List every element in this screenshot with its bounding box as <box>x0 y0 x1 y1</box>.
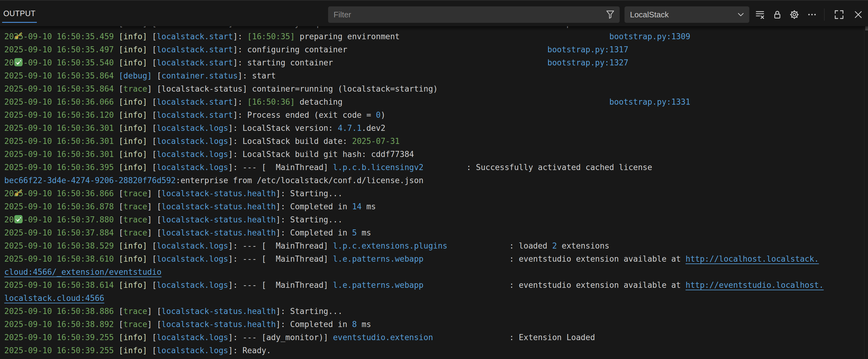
clear-output-button[interactable] <box>753 8 767 21</box>
log-link[interactable]: localstack.cloud:4566 <box>4 294 104 303</box>
log-text: :enterprise from /etc/localstack/conf.d/… <box>176 176 429 185</box>
log-line: 2025-09-10 16:50:37.884 [trace] [localst… <box>4 226 868 239</box>
channel-select[interactable]: LocalStack <box>624 6 749 23</box>
log-line: 2025-09-10 16:50:36.301 [info] [localsta… <box>4 135 868 148</box>
log-link[interactable]: cloud:4566/_extension/eventstudio <box>4 267 162 276</box>
log-text: ]: Starting... <box>276 215 342 224</box>
log-text: [info] <box>119 32 147 41</box>
log-text: localstack.start <box>157 45 233 54</box>
filter-funnel-icon[interactable] <box>605 9 615 20</box>
log-padding <box>342 97 609 106</box>
log-padding <box>333 58 547 67</box>
log-text: ] [ <box>147 202 162 211</box>
log-text <box>114 241 119 250</box>
log-text: l.e.patterns.webapp <box>333 254 423 263</box>
log-text: ]: --- [ady_monitor)] <box>228 333 333 342</box>
log-text: : Successfully activated cached license <box>466 163 652 172</box>
log-text: 2025-09-10 16:50:35.497 <box>4 45 114 54</box>
log-text: [ <box>147 241 157 250</box>
log-text: localstack.logs <box>157 241 228 250</box>
log-text: [info] <box>119 137 147 146</box>
log-text: localstack.logs <box>157 150 228 159</box>
lock-icon <box>772 9 782 20</box>
tab-output[interactable]: OUTPUT <box>2 1 37 23</box>
log-text: [ <box>114 307 123 316</box>
log-text: localstack-status.health <box>162 320 276 329</box>
log-line: cloud:4566/_extension/eventstudio <box>4 266 868 279</box>
log-text: ] [ <box>147 189 162 198</box>
scrollbar-thumb[interactable] <box>865 26 868 30</box>
log-text <box>114 71 119 80</box>
close-panel-button[interactable] <box>851 8 865 21</box>
log-text: 2025-09-10 16:50:36.066 <box>4 97 114 106</box>
log-text: ] [ <box>147 307 162 316</box>
log-text: [ <box>147 45 157 54</box>
log-line: 2025-09-10 16:50:36.878 [trace] [localst… <box>4 200 868 213</box>
log-text: ) <box>381 110 385 120</box>
auto-scroll-lock-button[interactable] <box>771 8 784 21</box>
log-line: 2025-09-10 16:50:38.529 [info] [localsta… <box>4 239 868 253</box>
log-text <box>114 333 119 342</box>
log-text <box>114 45 119 54</box>
log-text: localstack.start <box>157 32 233 41</box>
log-text: ]: Process ended (exit code = <box>233 110 376 120</box>
log-text: 2025-09-10 16:50:38.886 <box>4 307 114 316</box>
settings-button[interactable] <box>788 8 801 21</box>
log-text: ]: --- [ MainThread] <box>228 241 333 250</box>
log-text <box>114 58 119 67</box>
close-icon <box>853 9 863 20</box>
log-line: 2025-09-10 16:50:35.864 [trace] [localst… <box>4 83 868 96</box>
log-text: [ <box>114 228 123 237</box>
log-text: 2025-09-10 16:50:36.395 <box>4 163 114 172</box>
log-text: [ <box>147 137 157 146</box>
log-text: .dev2 <box>362 124 385 133</box>
log-text: [info] <box>119 346 147 355</box>
log-text: bootstrap.py:1309 <box>609 32 690 41</box>
toolbar-divider <box>824 8 825 21</box>
log-text: bootstrap.py:1331 <box>609 97 690 106</box>
log-text <box>114 97 119 106</box>
log-text: 2025-09-10 16:50:35.864 <box>4 71 114 80</box>
maximize-panel-button[interactable] <box>832 8 846 21</box>
log-text: [ <box>147 281 157 290</box>
log-text: [ <box>114 202 123 211</box>
log-text: ]: --- [ MainThread] <box>228 281 333 290</box>
log-text: : eventstudio extension available at <box>509 281 685 290</box>
log-line: 2025-09-10 16:50:38.614 [info] [localsta… <box>4 279 868 292</box>
log-line: 2025-09-10 16:50:36.395 [info] [localsta… <box>4 161 868 174</box>
log-text: 2025-07-31 <box>352 137 400 146</box>
log-text: 14 <box>352 202 362 211</box>
filter-input[interactable] <box>328 10 605 20</box>
log-padding <box>424 281 509 290</box>
log-text: detaching <box>295 97 343 106</box>
log-text: ]: configuring container <box>233 45 347 54</box>
log-text: [ <box>147 32 157 41</box>
log-text: [info] <box>119 333 147 342</box>
log-text: 8 <box>352 320 357 329</box>
log-padding <box>433 333 509 342</box>
log-line: localstack.cloud:4566 <box>4 292 868 305</box>
log-text: localstack.start <box>157 110 233 120</box>
log-text: : Extension Loaded <box>509 333 595 342</box>
log-text: [ <box>147 58 157 67</box>
log-text: ]: Ready. <box>228 346 271 355</box>
log-text: ] [ <box>147 228 162 237</box>
log-text: localstack.start <box>157 97 233 106</box>
log-text: 2025-09-10 16:50:35.540 <box>4 58 114 67</box>
log-text: [info] <box>119 45 147 54</box>
log-line: 2025-09-10 16:50:38.886 [trace] [localst… <box>4 305 868 318</box>
log-line: 2025-09-10 16:50:39.255 [info] [localsta… <box>4 344 868 357</box>
log-text: localstack-status.health <box>162 215 276 224</box>
panel-right-border <box>864 26 864 359</box>
log-text: [ <box>114 84 123 93</box>
log-text: eventstudio.extension <box>333 333 433 342</box>
log-link[interactable]: http://localhost.localstack. <box>685 254 819 263</box>
log-link[interactable]: http://eventstudio.localhost. <box>685 281 824 290</box>
log-text: localstack-status.health <box>162 189 276 198</box>
more-actions-button[interactable] <box>805 8 819 21</box>
log-text: ] [localstack-status] container=running … <box>147 84 438 93</box>
log-text: [ <box>147 124 157 133</box>
log-text: trace <box>123 228 147 237</box>
log-text: [info] <box>119 97 147 106</box>
log-line: 2025-09-10 16:50:36.120 [info] [localsta… <box>4 109 868 122</box>
